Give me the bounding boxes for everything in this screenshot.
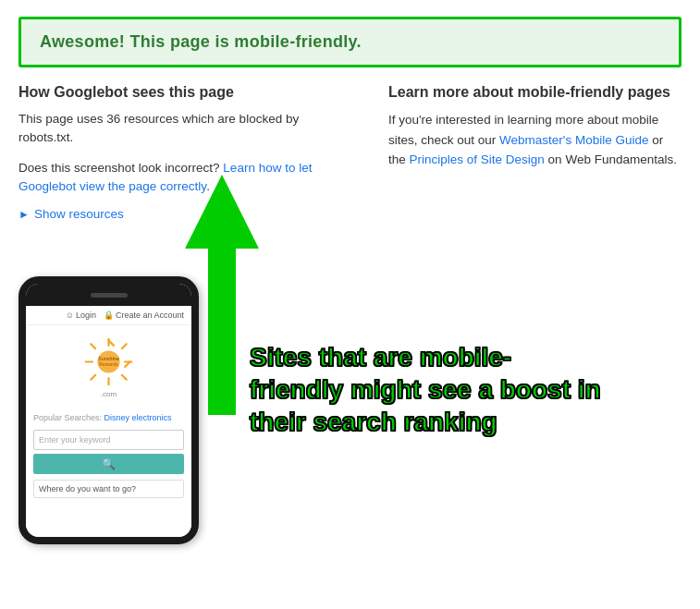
phone-search-box[interactable]: Enter your keyword <box>33 430 184 450</box>
svg-marker-0 <box>185 175 259 415</box>
mobile-friendly-banner: Awesome! This page is mobile-friendly. <box>18 17 682 67</box>
nav-login: ☺ Login <box>66 311 96 320</box>
phone-where-text: Where do you want to go? <box>33 480 184 498</box>
svg-text:Sunshine: Sunshine <box>98 356 119 361</box>
svg-line-6 <box>122 375 127 380</box>
lock-icon: 🔒 <box>104 311 114 320</box>
right-heading: Learn more about mobile-friendly pages <box>388 84 682 101</box>
svg-line-7 <box>122 344 127 348</box>
person-icon: ☺ <box>66 311 74 320</box>
right-column: Learn more about mobile-friendly pages I… <box>370 84 682 221</box>
phone-speaker <box>91 293 128 298</box>
show-resources-link[interactable]: Show resources <box>34 207 124 221</box>
svg-point-11 <box>97 350 119 372</box>
sun-svg: Sunshine Rewards <box>83 336 134 387</box>
svg-text:Rewards: Rewards <box>99 362 118 367</box>
svg-line-5 <box>91 344 95 348</box>
site-design-link[interactable]: Principles of Site Design <box>410 152 545 166</box>
sunshine-logo: Sunshine Rewards .com <box>83 336 134 398</box>
green-arrow <box>139 175 305 415</box>
brand-com: .com <box>83 390 134 398</box>
mobile-guide-link[interactable]: Webmaster's Mobile Guide <box>499 133 648 147</box>
popular-label-span: Popular Searches: <box>33 413 102 422</box>
banner-text: Awesome! This page is mobile-friendly. <box>40 32 362 51</box>
learn-suffix: on Web Fundamentals. <box>545 152 677 166</box>
svg-line-8 <box>91 375 95 380</box>
left-heading: How Googlebot sees this page <box>18 84 351 101</box>
resources-paragraph: This page uses 36 resources which are bl… <box>18 110 351 148</box>
search-icon: 🔍 <box>102 457 116 470</box>
learn-more-paragraph: If you're interested in learning more ab… <box>388 110 682 170</box>
phone-search-button[interactable]: 🔍 <box>33 454 184 474</box>
screenshot-prefix: Does this screenshot look incorrect? <box>18 161 223 175</box>
search-placeholder: Enter your keyword <box>39 435 111 445</box>
resources-arrow-icon: ► <box>18 208 30 221</box>
